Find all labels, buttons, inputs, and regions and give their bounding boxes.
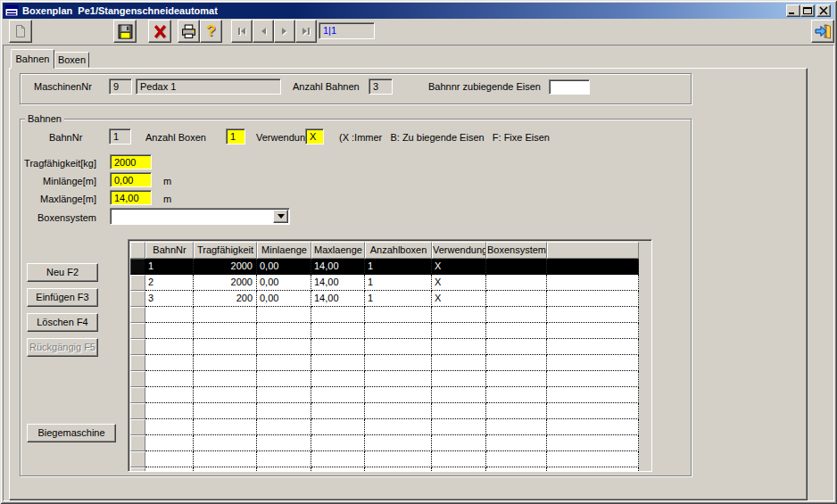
row-header-cell[interactable] bbox=[130, 259, 145, 275]
table-cell[interactable] bbox=[145, 435, 194, 451]
row-header-cell[interactable] bbox=[130, 307, 145, 323]
table-row[interactable] bbox=[130, 387, 639, 403]
table-cell[interactable] bbox=[365, 467, 432, 471]
machine-name-field[interactable]: Pedax 1 bbox=[136, 78, 281, 95]
table-cell[interactable] bbox=[486, 419, 547, 435]
table-cell[interactable] bbox=[194, 307, 257, 323]
table-cell[interactable]: 1 bbox=[365, 291, 432, 307]
save-button[interactable] bbox=[113, 20, 137, 43]
table-row[interactable] bbox=[130, 371, 639, 387]
table-cell[interactable]: 3 bbox=[145, 291, 194, 307]
table-cell[interactable] bbox=[365, 435, 432, 451]
maximize-button[interactable] bbox=[800, 4, 815, 17]
verwendung-field[interactable]: X bbox=[305, 128, 324, 145]
tab-bahnen[interactable]: Bahnen bbox=[11, 49, 54, 69]
neu-button[interactable]: Neu F2 bbox=[27, 263, 98, 282]
table-cell[interactable] bbox=[432, 339, 486, 355]
table-row[interactable]: 32000,0014,001X bbox=[130, 291, 639, 307]
table-cell[interactable] bbox=[365, 307, 432, 323]
close-button[interactable] bbox=[816, 4, 831, 17]
help-button[interactable]: ? bbox=[200, 20, 222, 43]
table-row[interactable] bbox=[130, 419, 639, 435]
table-cell[interactable] bbox=[311, 355, 365, 371]
loeschen-button[interactable]: Löschen F4 bbox=[27, 313, 98, 332]
table-row[interactable] bbox=[130, 467, 639, 471]
tab-boxen[interactable]: Boxen bbox=[54, 52, 89, 68]
row-header-cell[interactable] bbox=[130, 467, 145, 471]
table-cell[interactable]: 200 bbox=[194, 291, 257, 307]
table-cell[interactable] bbox=[145, 323, 194, 339]
table-cell[interactable] bbox=[432, 355, 486, 371]
table-cell[interactable] bbox=[257, 451, 311, 467]
table-cell[interactable] bbox=[432, 403, 486, 419]
table-cell[interactable] bbox=[486, 275, 547, 291]
boxensystem-dropdown-button[interactable] bbox=[273, 210, 288, 223]
table-cell[interactable] bbox=[365, 355, 432, 371]
table-cell[interactable]: 0,00 bbox=[257, 275, 311, 291]
table-cell[interactable] bbox=[432, 371, 486, 387]
table-cell[interactable] bbox=[311, 387, 365, 403]
minimize-button[interactable] bbox=[786, 4, 800, 17]
table-cell[interactable] bbox=[194, 467, 257, 471]
table-cell[interactable]: 14,00 bbox=[311, 275, 365, 291]
table-row[interactable] bbox=[130, 307, 639, 323]
table-cell[interactable] bbox=[432, 467, 486, 471]
table-cell[interactable] bbox=[194, 435, 257, 451]
exit-button[interactable] bbox=[811, 20, 834, 43]
einfuegen-button[interactable]: Einfügen F3 bbox=[27, 288, 98, 307]
table-cell[interactable] bbox=[194, 339, 257, 355]
table-cell[interactable] bbox=[486, 435, 547, 451]
table-cell[interactable] bbox=[432, 307, 486, 323]
row-header-cell[interactable] bbox=[130, 403, 145, 419]
print-button[interactable] bbox=[178, 20, 200, 43]
table-cell[interactable]: 2 bbox=[145, 275, 194, 291]
row-header-cell[interactable] bbox=[130, 451, 145, 467]
maxlaenge-field[interactable]: 14,00 bbox=[110, 190, 152, 205]
row-header-cell[interactable] bbox=[130, 339, 145, 355]
table-cell[interactable] bbox=[257, 355, 311, 371]
table-cell[interactable] bbox=[311, 339, 365, 355]
biegemaschine-button[interactable]: Biegemaschine bbox=[27, 424, 116, 442]
table-row[interactable] bbox=[130, 355, 639, 371]
table-cell[interactable] bbox=[311, 371, 365, 387]
table-cell[interactable] bbox=[257, 323, 311, 339]
table-cell[interactable]: 0,00 bbox=[257, 259, 311, 275]
table-cell[interactable] bbox=[145, 403, 194, 419]
table-cell[interactable] bbox=[486, 291, 547, 307]
table-cell[interactable]: X bbox=[432, 291, 486, 307]
table-cell[interactable] bbox=[432, 419, 486, 435]
table-cell[interactable] bbox=[194, 371, 257, 387]
table-cell[interactable] bbox=[365, 371, 432, 387]
table-cell[interactable] bbox=[486, 307, 547, 323]
tragfaehigkeit-field[interactable]: 2000 bbox=[110, 154, 152, 169]
table-cell[interactable] bbox=[145, 355, 194, 371]
table-cell[interactable] bbox=[365, 387, 432, 403]
table-cell[interactable] bbox=[257, 467, 311, 471]
table-cell[interactable] bbox=[145, 387, 194, 403]
delete-button[interactable] bbox=[148, 20, 171, 43]
table-cell[interactable] bbox=[257, 435, 311, 451]
table-cell[interactable] bbox=[365, 323, 432, 339]
table-cell[interactable] bbox=[145, 467, 194, 471]
table-cell[interactable]: 2000 bbox=[194, 275, 257, 291]
minlaenge-field[interactable]: 0,00 bbox=[110, 172, 152, 187]
boxensystem-combo[interactable] bbox=[110, 208, 290, 225]
table-cell[interactable] bbox=[311, 403, 365, 419]
table-cell[interactable] bbox=[257, 419, 311, 435]
anzahl-bahnen-field[interactable]: 3 bbox=[369, 78, 393, 95]
table-cell[interactable] bbox=[145, 419, 194, 435]
table-cell[interactable] bbox=[194, 403, 257, 419]
table-cell[interactable] bbox=[486, 371, 547, 387]
table-cell[interactable]: X bbox=[432, 275, 486, 291]
table-cell[interactable] bbox=[194, 419, 257, 435]
row-header-cell[interactable] bbox=[130, 291, 145, 307]
table-cell[interactable] bbox=[311, 419, 365, 435]
table-cell[interactable] bbox=[486, 451, 547, 467]
table-cell[interactable] bbox=[311, 435, 365, 451]
row-header-cell[interactable] bbox=[130, 387, 145, 403]
bahnnr-zubiegende-field[interactable] bbox=[549, 79, 590, 95]
table-cell[interactable] bbox=[365, 419, 432, 435]
table-cell[interactable] bbox=[145, 371, 194, 387]
bahnnr-field[interactable]: 1 bbox=[109, 128, 131, 145]
table-cell[interactable] bbox=[486, 387, 547, 403]
